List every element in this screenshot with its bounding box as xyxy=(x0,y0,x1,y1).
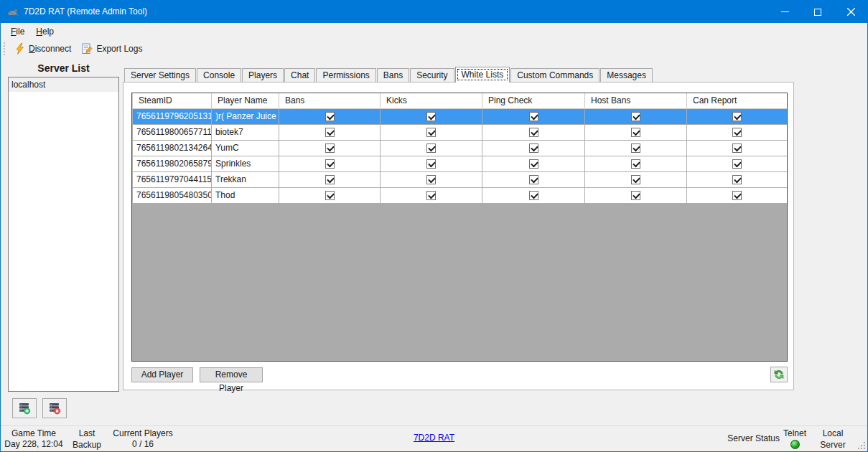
bans-checkbox[interactable] xyxy=(325,159,335,169)
kicks-checkbox[interactable] xyxy=(426,128,436,137)
local-server-status: Local Server xyxy=(810,428,856,452)
tab-messages[interactable]: Messages xyxy=(600,68,653,82)
bans-checkbox[interactable] xyxy=(325,143,335,153)
tab-server-settings[interactable]: Server Settings xyxy=(124,68,196,82)
maximize-button[interactable] xyxy=(801,1,834,23)
table-row[interactable]: 76561198006577111biotek7 xyxy=(133,124,788,140)
game-time-stat: Game Time Day 228, 12:04 xyxy=(4,428,64,450)
host-bans-checkbox[interactable] xyxy=(631,159,640,169)
host-bans-checkbox[interactable] xyxy=(631,191,640,200)
cell-steamid: 76561198006577111 xyxy=(133,124,212,140)
kicks-checkbox[interactable] xyxy=(426,175,436,184)
close-button[interactable] xyxy=(834,1,867,23)
tab-bans[interactable]: Bans xyxy=(377,68,409,82)
column-header-can-report[interactable]: Can Report xyxy=(687,93,788,108)
cell-bans xyxy=(279,156,381,171)
column-header-steamid[interactable]: SteamID xyxy=(133,93,212,108)
tab-custom-commands[interactable]: Custom Commands xyxy=(510,68,599,82)
can-report-checkbox[interactable] xyxy=(732,112,742,121)
column-header-bans[interactable]: Bans xyxy=(279,93,381,108)
menubar: FileHelp xyxy=(1,23,867,39)
tab-console[interactable]: Console xyxy=(197,68,241,82)
table-row[interactable]: 76561197970441157Trekkan xyxy=(133,171,788,187)
table-row[interactable]: 76561197962051319)r( Panzer Juice xyxy=(133,108,788,124)
minimize-button[interactable] xyxy=(768,1,801,23)
bans-checkbox[interactable] xyxy=(325,112,335,121)
current-players-stat: Current Players 0 / 16 xyxy=(111,428,174,450)
menu-item-help[interactable]: Help xyxy=(30,24,60,39)
kicks-checkbox[interactable] xyxy=(426,191,436,200)
cell-player-name: Thod xyxy=(212,187,279,203)
add-server-button[interactable] xyxy=(12,398,37,418)
remove-player-button[interactable]: Remove Player xyxy=(200,367,263,382)
tab-security[interactable]: Security xyxy=(410,68,454,82)
ping-check-checkbox[interactable] xyxy=(529,112,538,121)
white-lists-tab-panel: SteamIDPlayer NameBansKicksPing CheckHos… xyxy=(123,82,794,390)
table-row[interactable]: 76561198054803502Thod xyxy=(133,187,788,203)
cell-player-name: )r( Panzer Juice xyxy=(212,108,279,124)
cell-steamid: 76561198054803502 xyxy=(133,187,212,203)
can-report-checkbox[interactable] xyxy=(732,143,742,153)
tab-white-lists[interactable]: White Lists xyxy=(455,67,510,83)
cell-can-report xyxy=(687,108,788,124)
can-report-checkbox[interactable] xyxy=(732,175,742,184)
toolbar-grip[interactable] xyxy=(3,42,6,55)
column-header-player-name[interactable]: Player Name xyxy=(212,93,279,108)
can-report-checkbox[interactable] xyxy=(732,191,742,200)
cell-player-name: YumC xyxy=(212,140,279,156)
kicks-checkbox[interactable] xyxy=(426,159,436,169)
add-player-button[interactable]: Add Player xyxy=(131,367,193,382)
ping-check-checkbox[interactable] xyxy=(529,191,538,200)
refresh-button[interactable] xyxy=(770,367,788,382)
column-header-kicks[interactable]: Kicks xyxy=(381,93,482,108)
cell-bans xyxy=(279,124,381,140)
column-header-ping-check[interactable]: Ping Check xyxy=(482,93,585,108)
bans-checkbox[interactable] xyxy=(325,175,335,184)
kicks-checkbox[interactable] xyxy=(426,143,436,153)
table-row[interactable]: 76561198020658792Sprinkles xyxy=(133,156,788,171)
cell-player-name: biotek7 xyxy=(212,124,279,140)
remove-server-button[interactable] xyxy=(42,398,67,418)
lightning-bolt-icon xyxy=(14,43,25,55)
resize-grip[interactable] xyxy=(857,441,865,449)
cell-ping-check xyxy=(482,140,585,156)
menu-item-file[interactable]: File xyxy=(5,24,30,39)
host-bans-checkbox[interactable] xyxy=(631,112,640,121)
table-row[interactable]: 76561198021342647YumC xyxy=(133,140,788,156)
export-logs-button[interactable]: Export Logs xyxy=(76,41,147,57)
cell-steamid: 76561197970441157 xyxy=(133,171,212,187)
maximize-icon xyxy=(814,9,821,16)
tab-strip: Server SettingsConsolePlayersChatPermiss… xyxy=(124,67,653,83)
current-players-value: 0 / 16 xyxy=(111,439,174,450)
window-title: 7D2D RAT (Remote Admin Tool) xyxy=(24,1,147,23)
server-list-item[interactable]: localhost xyxy=(9,77,118,92)
column-header-host-bans[interactable]: Host Bans xyxy=(585,93,687,108)
kicks-checkbox[interactable] xyxy=(426,112,436,121)
ping-check-checkbox[interactable] xyxy=(529,159,538,169)
website-link[interactable]: 7D2D RAT xyxy=(414,433,454,443)
can-report-checkbox[interactable] xyxy=(732,159,742,169)
server-listbox[interactable]: localhost xyxy=(8,77,119,392)
bans-checkbox[interactable] xyxy=(325,128,335,137)
toolbar: Disconnect Export Logs xyxy=(1,39,867,58)
tab-players[interactable]: Players xyxy=(242,68,284,82)
can-report-checkbox[interactable] xyxy=(732,128,742,137)
cell-player-name: Sprinkles xyxy=(212,156,279,171)
ping-check-checkbox[interactable] xyxy=(529,143,538,153)
cell-can-report xyxy=(687,171,788,187)
tab-permissions[interactable]: Permissions xyxy=(316,68,375,82)
ping-check-checkbox[interactable] xyxy=(529,128,538,137)
host-bans-checkbox[interactable] xyxy=(631,143,640,153)
export-logs-icon xyxy=(81,43,93,55)
cell-kicks xyxy=(381,171,482,187)
host-bans-checkbox[interactable] xyxy=(631,175,640,184)
cell-host-bans xyxy=(585,108,687,124)
ping-check-checkbox[interactable] xyxy=(529,175,538,184)
cell-steamid: 76561197962051319 xyxy=(133,108,212,124)
whitelist-table: SteamIDPlayer NameBansKicksPing CheckHos… xyxy=(132,93,788,204)
host-bans-checkbox[interactable] xyxy=(631,128,640,137)
tab-chat[interactable]: Chat xyxy=(284,68,315,82)
bans-checkbox[interactable] xyxy=(325,191,335,200)
disconnect-button[interactable]: Disconnect xyxy=(9,41,76,57)
telnet-led-icon xyxy=(790,440,800,449)
